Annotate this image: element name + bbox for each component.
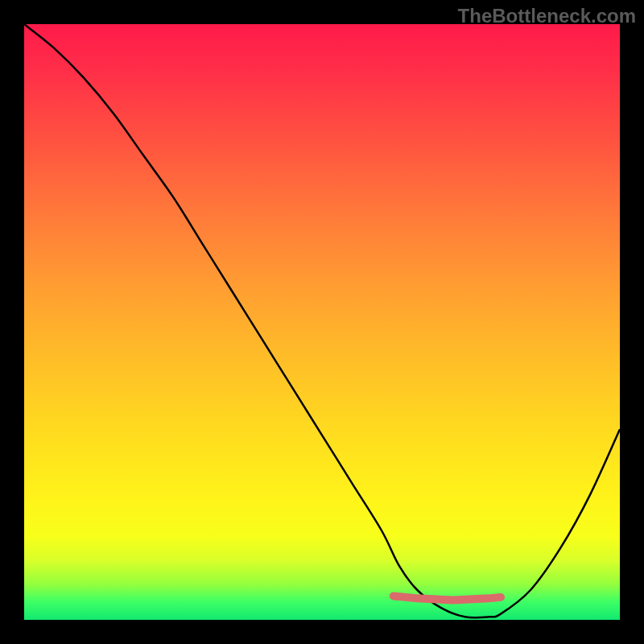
bottleneck-curve-path — [24, 24, 620, 617]
watermark-text: TheBottleneck.com — [458, 5, 636, 27]
chart-container: TheBottleneck.com — [0, 0, 644, 644]
curve-svg — [24, 24, 620, 620]
optimal-marker-path — [394, 596, 501, 600]
plot-area — [24, 24, 620, 620]
